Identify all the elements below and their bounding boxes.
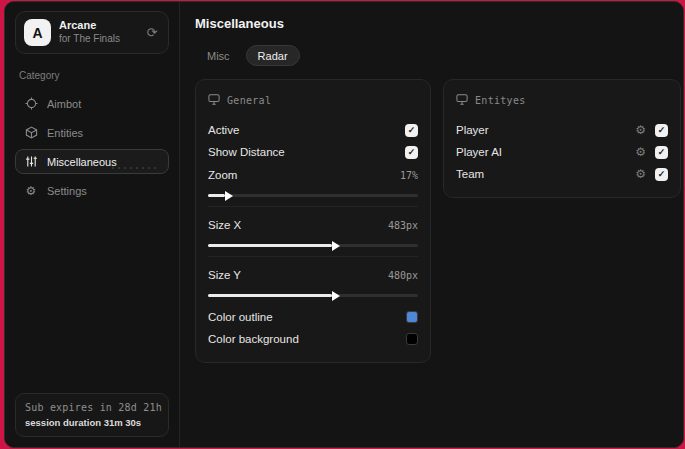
color-label: Color background (208, 333, 299, 345)
brand-subtitle: for The Finals (59, 33, 136, 46)
tab-misc[interactable]: Misc (195, 45, 242, 66)
gear-icon[interactable]: ⚙ (635, 124, 646, 136)
size-x-slider[interactable] (208, 244, 418, 247)
entity-controls: ⚙ (635, 168, 668, 181)
app-logo: A (24, 19, 51, 46)
monitor-icon (456, 91, 468, 109)
sidebar-item-settings[interactable]: ⚙ Settings (15, 178, 169, 203)
panels-row: General Active Show Distance Zoom 17% (195, 79, 681, 363)
active-checkbox[interactable] (405, 124, 418, 137)
general-panel: General Active Show Distance Zoom 17% (195, 79, 431, 363)
color-label: Color outline (208, 311, 273, 323)
slider-thumb[interactable] (332, 291, 340, 301)
team-checkbox[interactable] (655, 168, 668, 181)
color-background-row: Color background (208, 328, 418, 350)
brand-name: Arcane (59, 19, 136, 33)
slider-thumb[interactable] (332, 241, 340, 251)
gear-icon[interactable]: ⚙ (635, 146, 646, 158)
toggle-label: Active (208, 124, 239, 136)
toggle-label: Show Distance (208, 146, 285, 158)
player-checkbox[interactable] (655, 124, 668, 137)
entities-panel-title: Entityes (475, 95, 526, 106)
sync-icon[interactable]: ⟳ (144, 25, 160, 40)
gear-icon: ⚙ (24, 184, 38, 198)
subscription-card: Sub expires in 28d 21h session duration … (15, 393, 169, 437)
slider-label-row: Size X 483px (208, 214, 418, 236)
slider-thumb[interactable] (225, 191, 233, 201)
sliders-icon (24, 155, 38, 169)
general-panel-title: General (227, 95, 271, 106)
dots-decoration (110, 166, 158, 170)
sidebar-item-label: Aimbot (47, 98, 81, 110)
sidebar-item-miscellaneous[interactable]: Miscellaneous (15, 149, 169, 174)
slider-fill (208, 194, 225, 197)
tab-radar[interactable]: Radar (246, 45, 300, 66)
entity-label: Player AI (456, 146, 502, 158)
sidebar-item-label: Miscellaneous (47, 156, 117, 168)
page-title: Miscellaneous (195, 16, 681, 31)
slider-label: Zoom (208, 169, 237, 181)
color-background-swatch[interactable] (406, 333, 418, 345)
general-panel-header: General (208, 91, 418, 109)
monitor-icon (208, 91, 220, 109)
sub-expires-text: Sub expires in 28d 21h (25, 402, 159, 413)
entities-panel: Entityes Player ⚙ Player AI ⚙ (443, 79, 681, 198)
size-y-slider[interactable] (208, 294, 418, 297)
toggle-row-active: Active (208, 119, 418, 141)
entity-row-player: Player ⚙ (456, 119, 668, 141)
category-label: Category (19, 70, 165, 81)
sidebar-item-entities[interactable]: Entities (15, 120, 169, 145)
sidebar-item-label: Settings (47, 185, 87, 197)
player-ai-checkbox[interactable] (655, 146, 668, 159)
sidebar-nav: Aimbot Entities Miscel (15, 91, 169, 203)
brand-card: A Arcane for The Finals ⟳ (15, 11, 169, 54)
sidebar-item-aimbot[interactable]: Aimbot (15, 91, 169, 116)
size-x-slider-group: Size X 483px (208, 206, 418, 256)
slider-value: 483px (388, 220, 418, 231)
slider-fill (208, 294, 332, 297)
sidebar-item-label: Entities (47, 127, 83, 139)
entity-row-team: Team ⚙ (456, 163, 668, 185)
tab-bar: Misc Radar (195, 45, 681, 66)
slider-label: Size Y (208, 269, 241, 281)
size-y-slider-group: Size Y 480px (208, 256, 418, 306)
session-duration-text: session duration 31m 30s (25, 417, 159, 428)
entities-panel-header: Entityes (456, 91, 668, 109)
cube-icon (24, 126, 38, 140)
app-window: A Arcane for The Finals ⟳ Category Aimbo… (4, 1, 684, 448)
slider-fill (208, 244, 332, 247)
sidebar: A Arcane for The Finals ⟳ Category Aimbo… (5, 2, 180, 447)
gear-icon[interactable]: ⚙ (635, 168, 646, 180)
entity-label: Team (456, 168, 484, 180)
entity-controls: ⚙ (635, 146, 668, 159)
entity-controls: ⚙ (635, 124, 668, 137)
slider-value: 480px (388, 270, 418, 281)
slider-label-row: Zoom 17% (208, 164, 418, 186)
zoom-slider[interactable] (208, 194, 418, 197)
entity-row-player-ai: Player AI ⚙ (456, 141, 668, 163)
zoom-slider-group: Zoom 17% (208, 163, 418, 206)
entity-label: Player (456, 124, 489, 136)
crosshair-icon (24, 97, 38, 111)
color-outline-row: Color outline (208, 306, 418, 328)
show-distance-checkbox[interactable] (405, 146, 418, 159)
slider-label-row: Size Y 480px (208, 264, 418, 286)
brand-text: Arcane for The Finals (59, 19, 136, 45)
slider-label: Size X (208, 219, 241, 231)
slider-value: 17% (400, 170, 418, 181)
toggle-row-show-distance: Show Distance (208, 141, 418, 163)
color-outline-swatch[interactable] (406, 311, 418, 323)
main-content: Miscellaneous Misc Radar General (180, 2, 684, 447)
